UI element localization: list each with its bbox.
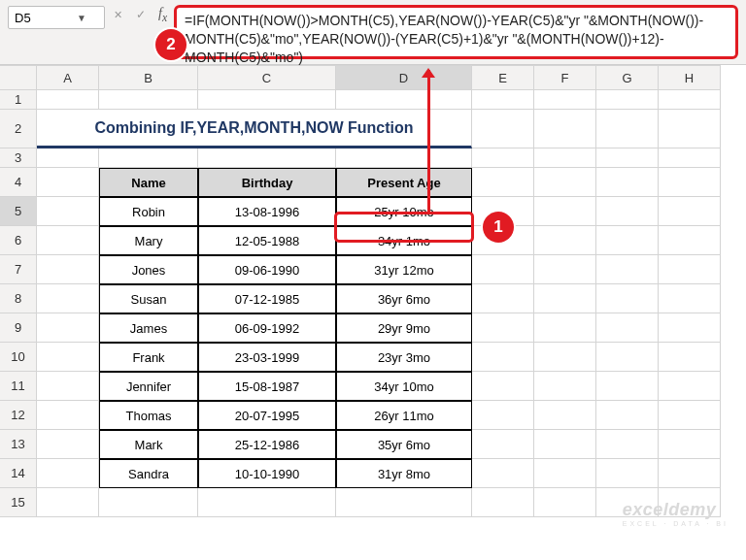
cell[interactable] (472, 401, 534, 430)
cell[interactable] (37, 226, 99, 255)
col-header-G[interactable]: G (596, 65, 659, 90)
table-cell[interactable]: 26yr 11mo (336, 401, 472, 430)
cell[interactable] (37, 372, 99, 401)
table-cell[interactable]: 34yr 1mo (336, 226, 472, 255)
row-header-12[interactable]: 12 (0, 401, 37, 430)
cell[interactable] (37, 401, 99, 430)
row-header-2[interactable]: 2 (0, 110, 37, 148)
cell[interactable] (198, 90, 336, 110)
row-header-4[interactable]: 4 (0, 168, 37, 197)
cell[interactable] (534, 255, 596, 284)
cell[interactable] (472, 430, 534, 459)
section-title[interactable]: Combining IF,YEAR,MONTH,NOW Function (37, 110, 472, 148)
table-cell[interactable]: Frank (99, 343, 198, 372)
row-header-9[interactable]: 9 (0, 313, 37, 343)
cell[interactable] (472, 372, 534, 401)
cell[interactable] (37, 168, 99, 197)
table-cell[interactable]: Mark (99, 430, 198, 459)
col-header-B[interactable]: B (99, 65, 198, 90)
table-cell[interactable]: 25yr 10mo (336, 197, 472, 226)
cell[interactable] (37, 343, 99, 372)
cell[interactable] (37, 148, 99, 168)
cell[interactable] (534, 313, 596, 343)
cell[interactable] (37, 488, 99, 517)
table-cell[interactable]: Mary (99, 226, 198, 255)
cell[interactable] (659, 110, 721, 148)
table-cell[interactable]: 13-08-1996 (198, 197, 336, 226)
row-header-5[interactable]: 5 (0, 197, 37, 226)
cell[interactable] (596, 110, 659, 148)
cell[interactable] (472, 148, 534, 168)
cell[interactable] (472, 90, 534, 110)
cell[interactable] (336, 488, 472, 517)
cell[interactable] (99, 90, 198, 110)
cancel-icon[interactable] (109, 6, 126, 23)
cell[interactable] (37, 430, 99, 459)
cell[interactable] (659, 255, 721, 284)
chevron-down-icon[interactable]: ▼ (77, 13, 86, 23)
table-cell[interactable]: 25-12-1986 (198, 430, 336, 459)
cell[interactable] (596, 313, 659, 343)
cell[interactable] (596, 255, 659, 284)
table-cell[interactable]: James (99, 313, 198, 343)
row-header-7[interactable]: 7 (0, 255, 37, 284)
cell[interactable] (596, 459, 659, 488)
table-cell[interactable]: 07-12-1985 (198, 284, 336, 313)
row-header-3[interactable]: 3 (0, 148, 37, 168)
table-header[interactable]: Present Age (336, 168, 472, 197)
cell[interactable] (472, 168, 534, 197)
table-cell[interactable]: 23yr 3mo (336, 343, 472, 372)
table-cell[interactable]: 34yr 10mo (336, 372, 472, 401)
table-cell[interactable]: Jennifer (99, 372, 198, 401)
table-cell[interactable]: 31yr 8mo (336, 459, 472, 488)
table-cell[interactable]: 29yr 9mo (336, 313, 472, 343)
name-box[interactable]: ▼ (8, 6, 105, 29)
cell[interactable] (534, 148, 596, 168)
table-cell[interactable]: 35yr 6mo (336, 430, 472, 459)
cell[interactable] (534, 168, 596, 197)
row-header-8[interactable]: 8 (0, 284, 37, 313)
cell[interactable] (198, 148, 336, 168)
cell[interactable] (37, 313, 99, 343)
table-cell[interactable]: 10-10-1990 (198, 459, 336, 488)
cell[interactable] (659, 90, 721, 110)
cell[interactable] (596, 197, 659, 226)
table-cell[interactable]: 12-05-1988 (198, 226, 336, 255)
col-header-E[interactable]: E (472, 65, 534, 90)
table-cell[interactable]: Sandra (99, 459, 198, 488)
col-header-H[interactable]: H (659, 65, 721, 90)
cell[interactable] (198, 488, 336, 517)
cell[interactable] (534, 197, 596, 226)
cell[interactable] (534, 226, 596, 255)
cell[interactable] (596, 372, 659, 401)
table-cell[interactable]: 20-07-1995 (198, 401, 336, 430)
formula-input[interactable]: =IF(MONTH(NOW())>MONTH(C5),YEAR(NOW())-Y… (174, 5, 738, 59)
table-cell[interactable]: 36yr 6mo (336, 284, 472, 313)
select-all-corner[interactable] (0, 65, 37, 90)
cell[interactable] (534, 459, 596, 488)
table-cell[interactable]: Susan (99, 284, 198, 313)
row-header-6[interactable]: 6 (0, 226, 37, 255)
cell[interactable] (534, 343, 596, 372)
cell[interactable] (472, 488, 534, 517)
table-cell[interactable]: 09-06-1990 (198, 255, 336, 284)
cell[interactable] (534, 430, 596, 459)
cell[interactable] (596, 343, 659, 372)
cell[interactable] (534, 401, 596, 430)
cell[interactable] (534, 110, 596, 148)
cell[interactable] (596, 168, 659, 197)
cell[interactable] (534, 90, 596, 110)
cell[interactable] (534, 284, 596, 313)
cell[interactable] (659, 343, 721, 372)
cell[interactable] (659, 372, 721, 401)
enter-icon[interactable] (132, 6, 150, 23)
cell[interactable] (99, 148, 198, 168)
cell[interactable] (596, 226, 659, 255)
row-header-10[interactable]: 10 (0, 343, 37, 372)
cell[interactable] (534, 372, 596, 401)
cell[interactable] (659, 430, 721, 459)
cell[interactable] (37, 255, 99, 284)
table-cell[interactable]: 06-09-1992 (198, 313, 336, 343)
cell[interactable] (659, 226, 721, 255)
cell[interactable] (472, 255, 534, 284)
